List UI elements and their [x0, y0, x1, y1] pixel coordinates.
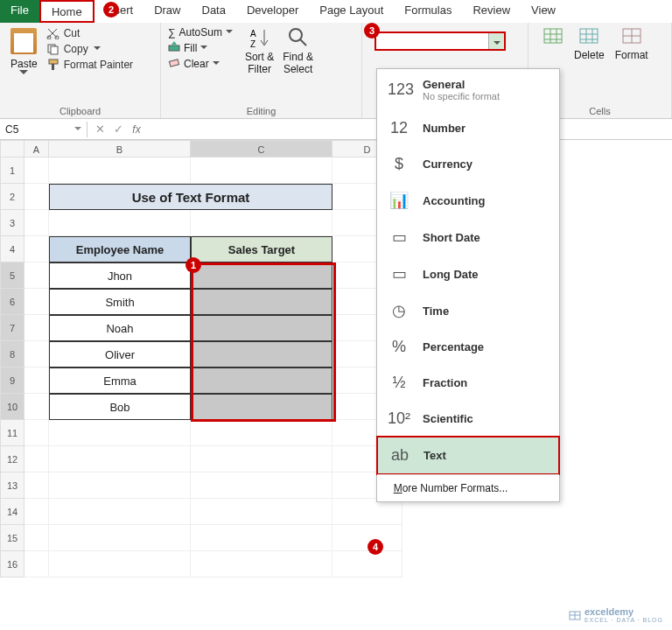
cell[interactable]	[24, 210, 49, 236]
cell[interactable]	[24, 551, 49, 578]
cell[interactable]	[24, 262, 49, 289]
row-header[interactable]: 9	[0, 368, 24, 394]
row-header[interactable]: 15	[0, 525, 24, 551]
cell[interactable]	[191, 525, 332, 551]
row-header[interactable]: 7	[0, 315, 24, 341]
cell[interactable]: Use of Text Format	[49, 184, 332, 210]
format-option-time[interactable]: ◷Time	[377, 292, 559, 329]
format-option-accounting[interactable]: 📊Accounting	[377, 182, 559, 219]
delete-cells-button[interactable]: Delete	[574, 26, 605, 61]
format-option-text[interactable]: abText	[376, 436, 560, 475]
cell[interactable]	[191, 472, 332, 499]
tab-data[interactable]: Data	[192, 0, 236, 23]
cell[interactable]	[49, 525, 191, 551]
cell[interactable]: Oliver	[49, 341, 191, 368]
cancel-icon[interactable]: ✕	[95, 122, 105, 136]
col-header[interactable]: A	[24, 140, 49, 158]
number-format-dropdown[interactable]	[369, 26, 511, 52]
cell[interactable]	[49, 446, 191, 472]
cell[interactable]	[191, 446, 332, 472]
cell[interactable]	[24, 236, 49, 262]
tab-formulas[interactable]: Formulas	[394, 0, 462, 23]
row-header[interactable]: 10	[0, 394, 24, 420]
col-header[interactable]: B	[49, 140, 191, 158]
cut-button[interactable]: Cut	[45, 26, 135, 40]
tab-page-layout[interactable]: Page Layout	[309, 0, 394, 23]
cell[interactable]	[191, 315, 332, 341]
enter-icon[interactable]: ✓	[114, 122, 123, 136]
row-header[interactable]: 14	[0, 499, 24, 525]
paste-button[interactable]: Paste	[7, 26, 41, 75]
format-option-currency[interactable]: $Currency	[377, 146, 559, 182]
cell[interactable]	[191, 289, 332, 315]
cell[interactable]	[24, 368, 49, 394]
autosum-button[interactable]: ∑ AutoSum	[168, 26, 233, 38]
cell[interactable]	[191, 158, 332, 184]
cell[interactable]: Noah	[49, 315, 191, 341]
more-number-formats[interactable]: More Number Formats...	[377, 474, 559, 501]
row-header[interactable]: 6	[0, 289, 24, 315]
clear-button[interactable]: Clear	[168, 57, 233, 70]
format-painter-button[interactable]: Format Painter	[45, 58, 135, 72]
tab-insert[interactable]: Insert	[94, 0, 144, 23]
format-cells-button[interactable]: Format	[615, 26, 648, 61]
row-header[interactable]: 16	[0, 551, 24, 578]
row-header[interactable]: 5	[0, 262, 24, 289]
cell[interactable]	[191, 394, 332, 420]
row-header[interactable]: 4	[0, 236, 24, 262]
row-header[interactable]: 11	[0, 420, 24, 446]
cell[interactable]: Sales Target	[191, 236, 332, 262]
cell[interactable]	[24, 472, 49, 499]
row-header[interactable]: 3	[0, 210, 24, 236]
format-option-short-date[interactable]: ▭Short Date	[377, 219, 559, 256]
cell[interactable]	[332, 499, 402, 525]
name-box[interactable]: C5	[0, 122, 88, 137]
format-option-fraction[interactable]: ½Fraction	[377, 365, 559, 401]
format-option-long-date[interactable]: ▭Long Date	[377, 256, 559, 292]
tab-home[interactable]: Home	[39, 0, 94, 23]
row-header[interactable]: 8	[0, 341, 24, 368]
chevron-down-icon[interactable]	[488, 33, 504, 49]
cell[interactable]	[24, 289, 49, 315]
cell[interactable]: Employee Name	[49, 236, 191, 262]
tab-developer[interactable]: Developer	[236, 0, 309, 23]
cell[interactable]	[191, 210, 332, 236]
format-option-scientific[interactable]: 10²Scientific	[377, 401, 559, 437]
cell[interactable]	[24, 525, 49, 551]
cell[interactable]	[191, 262, 332, 289]
cell[interactable]	[49, 499, 191, 525]
cell[interactable]	[24, 499, 49, 525]
tab-review[interactable]: Review	[462, 0, 521, 23]
cell[interactable]	[49, 158, 191, 184]
copy-button[interactable]: Copy	[45, 42, 135, 56]
find-select-button[interactable]: Find & Select	[283, 26, 313, 75]
cell[interactable]	[24, 158, 49, 184]
cell[interactable]	[191, 341, 332, 368]
row-header[interactable]: 12	[0, 446, 24, 472]
cell[interactable]: Smith	[49, 289, 191, 315]
cell[interactable]	[24, 341, 49, 368]
cell[interactable]	[24, 394, 49, 420]
tab-file[interactable]: File	[0, 0, 39, 23]
cell[interactable]	[191, 499, 332, 525]
cell[interactable]	[24, 315, 49, 341]
format-option-general[interactable]: 123GeneralNo specific format	[377, 69, 559, 110]
insert-cells-icon[interactable]	[542, 26, 564, 61]
row-header[interactable]: 13	[0, 472, 24, 499]
fill-button[interactable]: Fill	[168, 41, 233, 54]
cell[interactable]	[191, 420, 332, 446]
row-header[interactable]: 2	[0, 184, 24, 210]
cell[interactable]: Emma	[49, 368, 191, 394]
row-header[interactable]: 1	[0, 158, 24, 184]
tab-draw[interactable]: Draw	[144, 0, 191, 23]
cell[interactable]	[191, 368, 332, 394]
cell[interactable]	[24, 420, 49, 446]
cell[interactable]	[24, 446, 49, 472]
cell[interactable]	[332, 551, 402, 578]
cell[interactable]: Jhon	[49, 262, 191, 289]
col-header[interactable]: C	[191, 140, 332, 158]
cell[interactable]	[191, 551, 332, 578]
cell[interactable]	[49, 551, 191, 578]
cell[interactable]	[49, 420, 191, 446]
cell[interactable]	[49, 210, 191, 236]
